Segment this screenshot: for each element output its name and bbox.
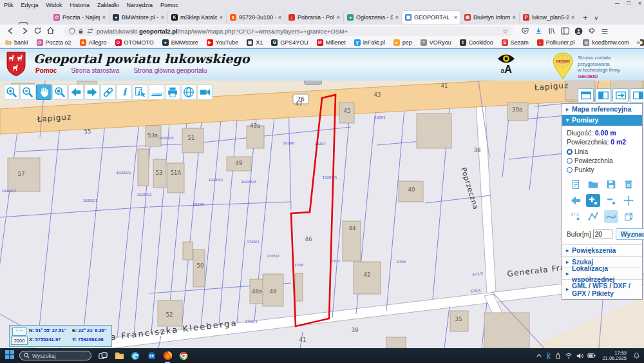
forward-button[interactable] <box>20 26 29 35</box>
tab-close-icon[interactable]: × <box>571 14 574 21</box>
chevron-up-icon[interactable] <box>536 353 542 358</box>
url-bar[interactable]: powiatlukowski.geoportal2.pl/map/www/map… <box>64 26 513 36</box>
back-button[interactable] <box>6 26 15 35</box>
add-point-icon[interactable] <box>586 194 600 207</box>
library-icon[interactable] <box>548 27 556 35</box>
panel-collapse-right-button[interactable] <box>612 88 629 103</box>
bookmark-koedbmw-com[interactable]: ◎koedbmw.com <box>583 39 629 46</box>
bookmark-sezam[interactable]: SSezam <box>502 39 529 46</box>
bookmark-allegro[interactable]: aAllegro <box>80 39 107 46</box>
zoom-window-button[interactable] <box>52 84 68 100</box>
buffer-input[interactable] <box>593 230 612 239</box>
tab-bmwstore-pl-nowe-oryg[interactable]: ●BMWstore.pl - Nowe oryg× <box>109 11 167 24</box>
tab-lukow-plan5-2000-pdf[interactable]: Plukow_plan5-2000.pdf× <box>519 11 578 24</box>
usb-icon[interactable] <box>555 352 561 359</box>
bookmark-banki[interactable]: banki <box>5 39 28 46</box>
mode-radio-linia[interactable]: Linia <box>567 148 588 155</box>
taskbar-search[interactable]: Wyszukaj <box>19 351 91 360</box>
globe-button[interactable] <box>181 84 196 100</box>
help-link[interactable]: Pomoc <box>35 67 57 74</box>
downloads-icon[interactable] <box>535 27 543 35</box>
dms-format-button[interactable]: ° ' " <box>12 328 26 336</box>
chrome-icon[interactable] <box>178 351 189 361</box>
tab-poczta-najlepsza-poczta[interactable]: @Poczta - Najlepsza Poczta,× <box>50 11 109 24</box>
mode-radio-punkty[interactable]: Punkty <box>567 166 594 173</box>
sidebar-section-gml-wfs-dxf-gpx-pikiety[interactable]: ▸GML / WFS / DXF / GPX / Pikiety <box>562 279 642 299</box>
new-document-icon[interactable] <box>569 178 583 191</box>
file-explorer-icon[interactable] <box>114 351 124 361</box>
bookmark-gps4you[interactable]: GGPS4YOU <box>271 39 308 46</box>
info-select-button[interactable]: i <box>133 84 148 100</box>
home-button[interactable] <box>46 26 55 35</box>
tab-list-button[interactable]: ∨ <box>594 15 599 21</box>
tab-og-oszenia-sprzedam-k[interactable]: ●Ogłoszenia - Sprzedam, k...× <box>343 11 402 24</box>
tab-close-icon[interactable]: × <box>337 14 340 21</box>
geoportal-home-link[interactable]: Strona główna geoportalu <box>133 67 207 74</box>
save-icon[interactable] <box>604 178 618 191</box>
new-tab-button[interactable]: + <box>583 13 588 23</box>
scale-value-box[interactable]: 2000 <box>11 337 28 345</box>
open-folder-icon[interactable] <box>586 178 600 191</box>
sidebar-section-mapa-referencyjna[interactable]: ▸Mapa referencyjna <box>562 104 642 115</box>
tab-close-icon[interactable]: × <box>220 14 223 21</box>
sidebar-section-pomiary[interactable]: ▾Pomiary <box>562 115 642 126</box>
permissions-icon[interactable] <box>86 28 94 35</box>
menu-historia[interactable]: Historia <box>66 2 94 8</box>
pocket-icon[interactable] <box>521 27 529 35</box>
bookmark-polkurier-pl[interactable]: ↓Polkurier.pl <box>537 39 575 46</box>
zoom-out-button[interactable] <box>20 84 35 100</box>
sidebar-icon[interactable] <box>561 27 569 35</box>
font-size-control[interactable]: aA <box>495 64 518 75</box>
menu-pomoc[interactable]: Pomoc <box>156 2 182 8</box>
link-button[interactable] <box>100 84 116 100</box>
bookmark-poczta-o2[interactable]: @Poczta o2 <box>37 39 71 46</box>
tab-biuletyn-informacji-publ[interactable]: ▤Biuletyn Informacji Public× <box>460 11 519 24</box>
header-collapse-handle[interactable] <box>304 81 322 85</box>
bookmark-millenet[interactable]: MMillenet <box>317 39 346 46</box>
tab-close-icon[interactable]: × <box>454 14 457 21</box>
menu-edycja[interactable]: Edycja <box>17 2 43 8</box>
geobid-logo[interactable]: GEOBID <box>551 52 574 82</box>
minimize-button[interactable]: ─ <box>615 0 619 6</box>
county-office-link[interactable]: Strona starostwa <box>71 67 119 74</box>
tab-msklep-katalog-interneto[interactable]: KmSklep Katalog internetow× <box>167 11 226 24</box>
tab-close-icon[interactable]: × <box>513 14 516 21</box>
remove-point-icon[interactable] <box>604 194 618 207</box>
move-point-icon[interactable] <box>621 194 636 207</box>
menu-zak-adki[interactable]: Zakładki <box>93 2 123 8</box>
panel-wide-button[interactable] <box>578 88 594 103</box>
bookmark-x1[interactable]: ▣X1 <box>247 39 263 46</box>
tab-close-icon[interactable]: × <box>102 14 106 21</box>
edge-icon[interactable] <box>130 351 140 361</box>
bookmark-cookidoo[interactable]: tCookidoo <box>460 39 493 46</box>
undo-icon[interactable] <box>569 194 583 207</box>
mode-radio-powierzchnia[interactable]: Powierzchnia <box>567 157 612 164</box>
extension-icon[interactable] <box>588 27 596 35</box>
wifi-icon[interactable] <box>565 353 573 359</box>
tab-close-icon[interactable]: × <box>395 14 399 21</box>
notifications-icon[interactable] <box>633 350 640 362</box>
snapshot-button[interactable] <box>197 84 213 100</box>
bookmarks-overflow-icon[interactable]: » <box>632 37 640 48</box>
point-coordinates-icon[interactable]: 47.1 <box>569 210 583 223</box>
forward-button[interactable] <box>84 84 100 100</box>
zoom-in-button[interactable] <box>4 84 19 100</box>
sidebar-section-powi-kszenia[interactable]: ▸Powiększenia <box>562 244 642 256</box>
bookmark-voryou[interactable]: ≡VORyou <box>421 39 451 46</box>
bookmark-otomoto[interactable]: OOTOMOTO <box>115 39 154 46</box>
pan-hand-button[interactable] <box>36 84 52 100</box>
lock-icon[interactable] <box>78 28 84 35</box>
map-canvas[interactable]: 76ŁapiguzŁapiguzGenerała Franciszka Klee… <box>0 81 644 348</box>
sidebar-section-lokalizacja-wsp-rz-dnej[interactable]: ▸Lokalizacja współrzędnej <box>562 268 642 279</box>
print-button[interactable] <box>165 84 180 100</box>
menu-widok[interactable]: Widok <box>43 2 66 8</box>
bookmark-infakt-pl[interactable]: yinFakt.pl <box>354 39 385 46</box>
store-icon[interactable] <box>146 351 156 361</box>
start-button[interactable] <box>5 350 14 362</box>
menu-icon[interactable] <box>601 28 609 35</box>
shield-icon[interactable] <box>69 28 75 35</box>
account-icon[interactable] <box>574 27 583 35</box>
panel-right-button[interactable] <box>630 88 644 103</box>
info-button[interactable]: i <box>117 84 132 100</box>
polyline-icon[interactable] <box>586 210 600 223</box>
